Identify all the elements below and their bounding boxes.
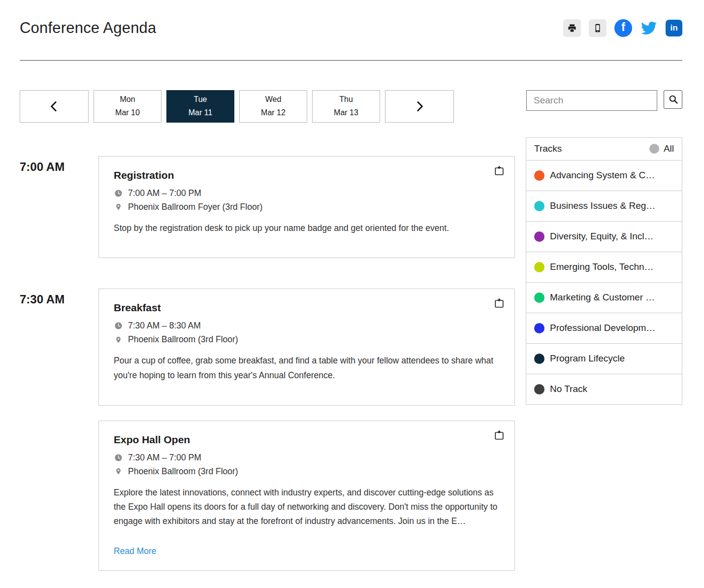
header-icon-bar: f in <box>563 19 682 37</box>
read-more-link[interactable]: Read More <box>114 546 157 556</box>
tracks-sidebar: Tracks All Advancing System & C… Busines… <box>526 137 682 405</box>
event-title: Registration <box>114 169 500 181</box>
tab-day-mon[interactable]: Mon Mar 10 <box>94 90 161 123</box>
track-color-dot <box>534 354 544 364</box>
twitter-icon[interactable] <box>640 19 658 37</box>
tracks-header-row: Tracks All <box>526 137 682 161</box>
track-color-dot <box>534 231 544 242</box>
track-label: Emerging Tools, Techn… <box>550 261 654 272</box>
tab-day-tue[interactable]: Tue Mar 11 <box>166 90 234 123</box>
chevron-right-icon <box>413 100 426 113</box>
event-description: Stop by the registration desk to pick up… <box>114 221 500 235</box>
tab-day-wed[interactable]: Wed Mar 12 <box>239 90 307 123</box>
track-item-no-track[interactable]: No Track <box>526 374 682 405</box>
search-button[interactable] <box>664 90 682 109</box>
event-card-expo-hall: Expo Hall Open 7:30 AM – 7:00 PM Phoenix… <box>98 421 515 571</box>
search-group <box>526 90 682 111</box>
track-label: Marketing & Customer … <box>550 292 655 303</box>
mobile-icon[interactable] <box>589 19 607 37</box>
tab-day-date: Mar 13 <box>334 106 358 119</box>
track-color-dot <box>534 384 544 394</box>
track-label: Business Issues & Reg… <box>550 200 655 211</box>
event-location: Phoenix Ballroom (3rd Floor) <box>128 466 238 477</box>
tab-day-name: Thu <box>339 93 353 106</box>
next-day-button[interactable] <box>385 90 454 123</box>
event-title: Expo Hall Open <box>114 434 500 446</box>
event-description: Explore the latest innovations, connect … <box>114 486 500 529</box>
event-location-row: Phoenix Ballroom (3rd Floor) <box>114 334 500 345</box>
tracks-title: Tracks <box>534 143 562 154</box>
add-to-calendar-icon[interactable] <box>494 165 505 178</box>
facebook-icon[interactable]: f <box>614 19 632 37</box>
header-divider <box>20 60 682 61</box>
day-navigation-row: Mon Mar 10 Tue Mar 11 Wed Mar 12 Thu Mar… <box>0 90 704 123</box>
agenda-group-730: 7:30 AM Breakfast 7:30 AM – 8:30 AM <box>20 289 515 405</box>
event-location: Phoenix Ballroom (3rd Floor) <box>128 334 238 345</box>
clock-icon <box>114 189 123 197</box>
track-color-dot <box>534 201 544 211</box>
event-time: 7:30 AM – 7:00 PM <box>128 453 201 463</box>
track-item-program-lifecycle[interactable]: Program Lifecycle <box>526 343 682 374</box>
event-time-row: 7:30 AM – 8:30 AM <box>114 321 500 331</box>
track-item-marketing-customer[interactable]: Marketing & Customer … <box>526 282 682 313</box>
track-item-advancing-system[interactable]: Advancing System & C… <box>526 160 682 191</box>
event-time-row: 7:00 AM – 7:00 PM <box>114 188 500 198</box>
all-track-dot <box>649 144 659 154</box>
agenda: 7:00 AM Registration 7:00 AM – 7:00 PM <box>20 137 515 571</box>
track-item-diversity-equity[interactable]: Diversity, Equity, & Incl… <box>526 221 682 252</box>
linkedin-icon[interactable]: in <box>666 20 682 36</box>
track-label: No Track <box>550 384 587 394</box>
search-icon <box>668 94 678 104</box>
content-area: 7:00 AM Registration 7:00 AM – 7:00 PM <box>0 137 704 588</box>
track-label: Program Lifecycle <box>550 353 625 364</box>
print-icon[interactable] <box>563 19 581 37</box>
tab-day-date: Mar 12 <box>261 106 286 119</box>
event-time: 7:00 AM – 7:00 PM <box>128 188 201 198</box>
tab-day-date: Mar 10 <box>115 106 140 119</box>
tracks-all-toggle[interactable]: All <box>649 143 674 154</box>
time-label: 7:00 AM <box>20 156 98 174</box>
chevron-left-icon <box>48 100 61 113</box>
event-title: Breakfast <box>114 302 500 314</box>
event-description: Pour a cup of coffee, grab some breakfas… <box>114 354 500 383</box>
track-color-dot <box>534 293 544 303</box>
track-label: Advancing System & C… <box>550 170 655 181</box>
track-item-professional-development[interactable]: Professional Developm… <box>526 313 682 344</box>
location-pin-icon <box>114 335 123 344</box>
tab-day-thu[interactable]: Thu Mar 13 <box>312 90 380 123</box>
page-header: Conference Agenda f in <box>0 0 704 47</box>
tracks-all-label: All <box>664 143 674 154</box>
track-color-dot <box>534 262 544 272</box>
track-item-emerging-tools[interactable]: Emerging Tools, Techn… <box>526 252 682 283</box>
tab-day-name: Wed <box>265 93 282 106</box>
track-item-business-issues[interactable]: Business Issues & Reg… <box>526 191 682 222</box>
time-label-spacer <box>20 421 98 425</box>
page-title: Conference Agenda <box>20 19 156 37</box>
tab-day-name: Mon <box>120 93 135 106</box>
event-location-row: Phoenix Ballroom Foyer (3rd Floor) <box>114 202 500 212</box>
event-time-row: 7:30 AM – 7:00 PM <box>114 453 500 463</box>
time-label: 7:30 AM <box>20 289 98 306</box>
day-nav: Mon Mar 10 Tue Mar 11 Wed Mar 12 Thu Mar… <box>20 90 454 123</box>
location-pin-icon <box>114 467 123 476</box>
event-time: 7:30 AM – 8:30 AM <box>128 321 201 331</box>
track-label: Professional Developm… <box>550 323 655 333</box>
event-location: Phoenix Ballroom Foyer (3rd Floor) <box>128 202 262 212</box>
tab-day-name: Tue <box>194 93 207 106</box>
location-pin-icon <box>114 202 123 211</box>
clock-icon <box>114 454 123 462</box>
event-card-registration: Registration 7:00 AM – 7:00 PM Phoenix B… <box>98 156 515 259</box>
clock-icon <box>114 322 123 330</box>
add-to-calendar-icon[interactable] <box>494 430 505 442</box>
agenda-group-expo: Expo Hall Open 7:30 AM – 7:00 PM Phoenix… <box>20 421 515 571</box>
add-to-calendar-icon[interactable] <box>494 298 505 310</box>
event-card-breakfast: Breakfast 7:30 AM – 8:30 AM Phoenix Ball… <box>98 289 515 405</box>
track-color-dot <box>534 170 544 181</box>
search-input[interactable] <box>526 90 657 111</box>
track-color-dot <box>534 323 544 333</box>
prev-day-button[interactable] <box>20 90 89 123</box>
tab-day-date: Mar 11 <box>189 106 213 119</box>
event-location-row: Phoenix Ballroom (3rd Floor) <box>114 466 500 477</box>
track-label: Diversity, Equity, & Incl… <box>550 231 653 242</box>
agenda-group-700: 7:00 AM Registration 7:00 AM – 7:00 PM <box>20 156 515 259</box>
